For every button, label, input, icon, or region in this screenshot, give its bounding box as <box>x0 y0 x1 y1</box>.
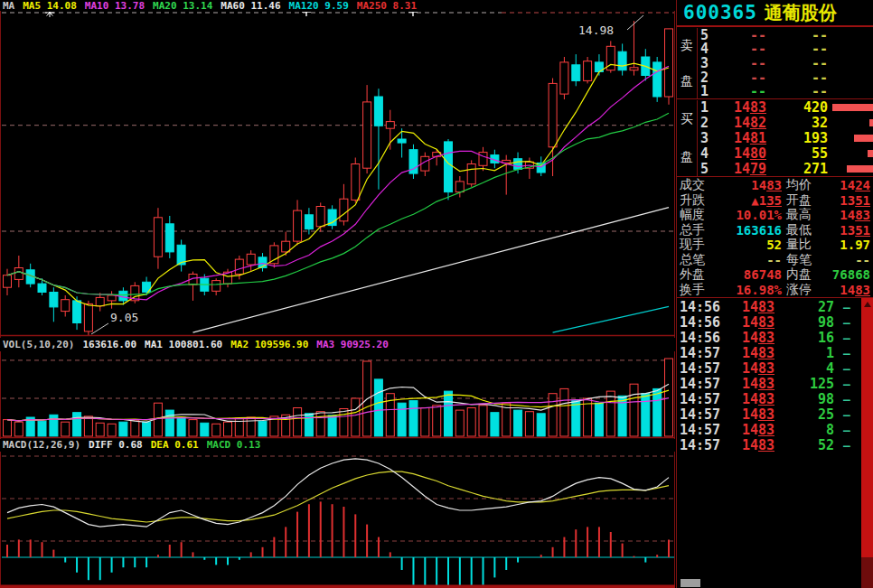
stock-terminal-window: MAMA5 14.08MA10 13.78MA20 13.14MA60 11.4… <box>0 0 873 588</box>
tick-direction-dash: — <box>843 377 850 390</box>
tick-price: 1483 <box>722 376 774 392</box>
macd-indicator-row: MACD(12,26,9)DIFF 0.68DEA 0.61MACD 0.13 <box>3 439 675 452</box>
buy-level: 4 <box>700 145 709 162</box>
tick-price: 1483 <box>722 422 774 438</box>
scrollbar-thumb[interactable] <box>861 557 873 588</box>
stat-label: 现手 <box>680 237 705 253</box>
stat-label: 最高 <box>786 207 812 223</box>
buy-row[interactable]: 3 1481 193 <box>698 131 873 146</box>
stat-label: 最低 <box>786 222 812 238</box>
stat-label: 量比 <box>786 237 812 253</box>
scrollbar[interactable] <box>861 298 873 588</box>
tick-volume: 1 <box>782 345 834 361</box>
depth-bar <box>869 119 873 126</box>
tick-volume: 25 <box>782 406 834 423</box>
stat-row: 总手 163616最低 1351 <box>677 223 873 238</box>
tick-volume: 125 <box>782 376 834 392</box>
stat-label: 外盘 <box>680 266 705 283</box>
svg-text:9.05: 9.05 <box>110 311 138 324</box>
stat-value: 1351 <box>811 223 870 238</box>
tick-price: 1483 <box>722 406 774 423</box>
tick-list: 14:56 1483 27 — 14:56 1483 98 — 14:56 14… <box>677 300 873 453</box>
tick-time: 14:56 <box>680 330 720 346</box>
buy-row[interactable]: 1 1483 420 <box>698 100 873 116</box>
stat-label: 内盘 <box>786 266 812 283</box>
buy-volume: 193 <box>768 130 828 146</box>
resize-grip <box>681 579 700 587</box>
queue-label-char: 盘 <box>681 149 693 165</box>
volume-chart[interactable] <box>0 351 676 439</box>
indicator-label: 163616.00 <box>82 339 136 350</box>
depth-bar <box>832 104 873 111</box>
stat-row: 外盘 86748内盘 76868 <box>677 267 873 283</box>
tick-volume: 27 <box>782 299 834 315</box>
buy-level: 1 <box>700 99 709 116</box>
stat-label: 换手 <box>680 282 705 298</box>
tick-row: 14:57 1483 125 — <box>677 377 873 392</box>
candlestick-chart[interactable]: 14.989.05 <box>0 0 676 338</box>
scrollbar-track[interactable] <box>861 311 873 557</box>
tick-row: 14:57 1483 1 — <box>677 346 873 361</box>
indicator-label: MA120 9.59 <box>289 0 349 12</box>
stat-row: 换手 16.98%涨停 1483 <box>677 283 873 298</box>
sell-row[interactable]: 4 -- -- <box>698 42 873 57</box>
tick-direction-dash: — <box>843 423 850 436</box>
up-arrow-icon <box>864 302 871 307</box>
scroll-up-button[interactable] <box>861 298 873 311</box>
tick-row: 14:56 1483 16 — <box>677 331 873 346</box>
tick-direction-dash: — <box>843 438 850 452</box>
tick-price: 1483 <box>722 391 774 407</box>
indicator-label: MA60 11.46 <box>221 0 280 12</box>
buy-row[interactable]: 5 1479 271 <box>698 161 873 176</box>
depth-bar <box>847 165 873 173</box>
sell-level: 1 <box>700 83 709 99</box>
tick-direction-dash: — <box>843 392 850 406</box>
tick-time: 14:57 <box>680 422 720 438</box>
sell-queue: 卖盘 5 -- -- 4 -- -- 3 -- -- 2 -- -- 1 -- … <box>677 28 873 99</box>
macd-chart[interactable] <box>0 452 676 588</box>
stock-code: 600365 <box>683 2 757 23</box>
buy-queue: 买盘 1 1483 420 2 1482 32 3 1481 193 4 148… <box>677 100 873 177</box>
buy-volume: 32 <box>768 115 828 131</box>
queue-label-char: 盘 <box>681 73 693 89</box>
queue-label-char: 卖 <box>681 38 693 54</box>
tick-price: 1483 <box>722 330 774 346</box>
tick-time: 14:57 <box>680 376 720 392</box>
tick-time: 14:57 <box>680 406 720 423</box>
stat-value: 1351 <box>811 193 870 208</box>
stat-row: 总笔 --每笔 -- <box>677 253 873 268</box>
sell-row[interactable]: 5 -- -- <box>698 28 873 42</box>
tick-row: 14:57 1483 8 — <box>677 422 873 437</box>
buy-level: 5 <box>700 161 709 177</box>
stat-value: 1.97 <box>811 238 870 252</box>
stat-value: -- <box>811 253 870 267</box>
indicator-label: MA5 14.08 <box>23 0 77 12</box>
buy-queue-label: 买盘 <box>677 100 698 176</box>
indicator-label: MA2 109596.90 <box>230 339 308 350</box>
tick-volume: 8 <box>782 422 834 438</box>
buy-row[interactable]: 4 1480 55 <box>698 145 873 161</box>
sell-row[interactable]: 1 -- -- <box>698 84 873 98</box>
stat-row: 幅度 10.01%最高 1483 <box>677 208 873 223</box>
queue-label-char: 买 <box>681 111 693 127</box>
tick-volume: 98 <box>782 314 834 331</box>
stock-name: 通葡股份 <box>765 3 837 23</box>
buy-row[interactable]: 2 1482 32 <box>698 116 873 131</box>
sell-row[interactable]: 3 -- -- <box>698 56 873 70</box>
stat-value: 1483 <box>709 178 782 192</box>
buy-volume: 271 <box>768 161 828 177</box>
tick-time: 14:56 <box>680 299 720 315</box>
stat-value: 86748 <box>709 267 782 282</box>
stat-value: 52 <box>709 238 782 252</box>
tick-direction-dash: — <box>843 407 850 421</box>
stat-row: 成交 1483均价 1424 <box>677 178 873 193</box>
stat-value: 1483 <box>811 283 870 297</box>
tick-price: 1483 <box>722 437 774 453</box>
tick-row: 14:56 1483 27 — <box>677 300 873 315</box>
stat-label: 每笔 <box>786 252 812 268</box>
buy-volume: 420 <box>768 99 828 116</box>
sell-row[interactable]: 2 -- -- <box>698 70 873 85</box>
tick-direction-dash: — <box>843 316 850 330</box>
tick-row: 14:57 1483 98 — <box>677 391 873 406</box>
tick-volume: 4 <box>782 360 834 377</box>
